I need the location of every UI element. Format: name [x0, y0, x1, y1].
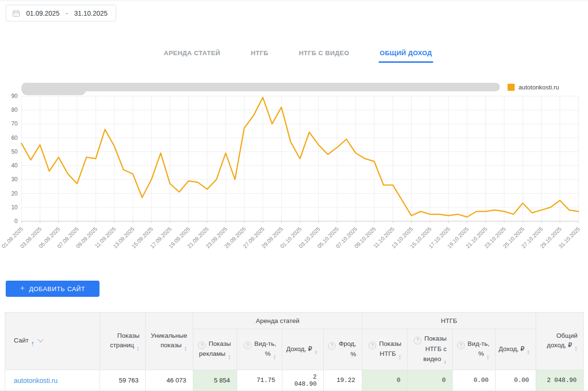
- cell-ntgb-visibility: 0.00: [453, 370, 496, 391]
- col-header-ntgb-income-label: Доход, ₽: [498, 345, 524, 352]
- group-header-arenda-label: Аренда статей: [256, 317, 299, 324]
- cell-ntgb-video-views: 0: [408, 370, 453, 391]
- sort-icon: ▲▼: [228, 354, 231, 360]
- sort-icon: ▲▼: [527, 350, 530, 355]
- sort-icon: ▲▼: [575, 346, 578, 351]
- plus-icon: +: [20, 283, 25, 293]
- group-header-ntgb-label: НТГБ: [441, 317, 457, 324]
- add-site-button-label: ДОБАВИТЬ САЙТ: [29, 285, 85, 293]
- sites-table: Сайт▲▼ Показы страниц▲▼ Уникальные показ…: [5, 312, 584, 391]
- chart-scrollbar-thumb[interactable]: [21, 83, 86, 95]
- tab-ntgb-s-video[interactable]: НТГБ С ВИДЕО: [299, 49, 349, 63]
- calendar-icon: [12, 10, 20, 17]
- date-range-start: 01.09.2025: [26, 10, 60, 17]
- svg-text:50: 50: [11, 148, 18, 155]
- col-header-ntgb-views[interactable]: ?Показы НТГБ▲▼: [362, 329, 408, 370]
- svg-text:80: 80: [11, 107, 18, 113]
- help-icon[interactable]: ?: [369, 342, 376, 349]
- help-icon[interactable]: ?: [244, 342, 251, 349]
- cell-ntgb-income: 0.00: [496, 370, 536, 391]
- sort-icon: ▲▼: [315, 350, 318, 355]
- col-header-ad-views[interactable]: ?Показы рекламы▲▼: [193, 329, 237, 370]
- col-header-fraud[interactable]: ?Фрод, %: [324, 329, 362, 370]
- date-range-end: 31.10.2025: [74, 10, 108, 17]
- help-icon[interactable]: ?: [414, 337, 421, 344]
- legend-label: autotonkosti.ru: [518, 84, 559, 91]
- cell-page-views: 59 763: [100, 370, 146, 391]
- col-header-ntgb-income[interactable]: Доход, ₽▲▼: [496, 329, 536, 370]
- sort-icon: ▲▼: [273, 354, 276, 360]
- sort-icon: ▲▼: [399, 354, 401, 360]
- cell-ad-income: 2 048.90: [282, 370, 324, 391]
- help-icon[interactable]: ?: [328, 342, 336, 350]
- date-range-picker[interactable]: 01.09.2025 - 31.10.2025: [6, 5, 116, 21]
- cell-unique-views: 46 073: [146, 370, 193, 391]
- svg-text:70: 70: [11, 120, 18, 127]
- col-header-page-views-label: Показы страниц: [110, 332, 140, 349]
- col-header-total-income-label: Общий доход, ₽: [547, 332, 578, 349]
- svg-text:30: 30: [11, 176, 18, 183]
- col-header-ad-income-label: Доход, ₽: [286, 345, 312, 352]
- cell-ad-views: 5 854: [193, 370, 237, 391]
- sort-icon: ▲▼: [137, 346, 140, 351]
- add-site-button[interactable]: + ДОБАВИТЬ САЙТ: [6, 281, 100, 297]
- col-header-fraud-label: Фрод, %: [339, 340, 356, 358]
- date-range-separator: -: [66, 10, 68, 17]
- sort-icon: ▲▼: [444, 360, 447, 365]
- cell-ad-visibility: 71.75: [237, 370, 282, 391]
- col-header-page-views[interactable]: Показы страниц▲▼: [100, 313, 146, 370]
- site-link[interactable]: autotonkosti.ru: [14, 377, 58, 384]
- help-icon[interactable]: ?: [457, 342, 465, 349]
- svg-text:40: 40: [11, 162, 18, 169]
- revenue-chart-canvas: 010203040506070809001.09.202503.09.20250…: [0, 93, 588, 259]
- col-header-ad-income[interactable]: Доход, ₽▲▼: [282, 329, 324, 370]
- tab-arenda-statey[interactable]: АРЕНДА СТАТЕЙ: [164, 49, 220, 63]
- cell-ntgb-views: 0: [362, 370, 408, 391]
- sort-icon: ▲▼: [31, 341, 34, 346]
- legend-swatch: [508, 84, 515, 91]
- col-header-ntgb-visibility[interactable]: ?Вид-ть, %▲▼: [453, 329, 496, 370]
- col-header-unique-views-label: Уникальные показы: [151, 332, 187, 349]
- chart-scrollbar-track[interactable]: [21, 83, 500, 91]
- col-header-ntgb-video-views-label: Показы НТГБ с видео: [423, 335, 447, 362]
- tab-ntgb[interactable]: НТГБ: [251, 49, 269, 63]
- group-header-arenda: Аренда статей: [193, 313, 362, 329]
- col-header-ad-visibility[interactable]: ?Вид-ть, %▲▼: [237, 329, 282, 370]
- col-header-unique-views[interactable]: Уникальные показы▲▼: [146, 313, 193, 370]
- svg-text:10: 10: [11, 204, 18, 211]
- svg-text:0: 0: [14, 218, 18, 225]
- page-top-divider: [0, 0, 588, 1]
- tab-obshchiy-dokhod[interactable]: ОБЩИЙ ДОХОД: [380, 49, 432, 63]
- col-header-total-income[interactable]: Общий доход, ₽▲▼: [536, 313, 584, 370]
- col-header-ntgb-video-views[interactable]: ?Показы НТГБ с видео▲▼: [408, 329, 453, 370]
- group-header-ntgb: НТГБ: [362, 313, 536, 329]
- report-tabs: АРЕНДА СТАТЕЙ НТГБ НТГБ С ВИДЕО ОБЩИЙ ДО…: [164, 49, 432, 63]
- cell-total-income: 2 048.90: [536, 370, 584, 391]
- col-header-site-label: Сайт: [14, 337, 29, 344]
- svg-text:90: 90: [11, 93, 18, 99]
- help-icon[interactable]: ?: [198, 342, 206, 349]
- sort-icon: ▲▼: [487, 354, 489, 360]
- cell-fraud: 19.22: [324, 370, 362, 391]
- svg-text:60: 60: [11, 135, 18, 141]
- svg-text:20: 20: [11, 190, 18, 197]
- cell-site: autotonkosti.ru: [5, 370, 100, 391]
- table-row: autotonkosti.ru 59 763 46 073 5 854 71.7…: [5, 370, 584, 391]
- sort-icon: ▲▼: [184, 346, 187, 351]
- chevron-down-icon: [38, 337, 43, 342]
- col-header-site[interactable]: Сайт▲▼: [5, 313, 100, 370]
- chart-legend-item[interactable]: autotonkosti.ru: [508, 84, 559, 91]
